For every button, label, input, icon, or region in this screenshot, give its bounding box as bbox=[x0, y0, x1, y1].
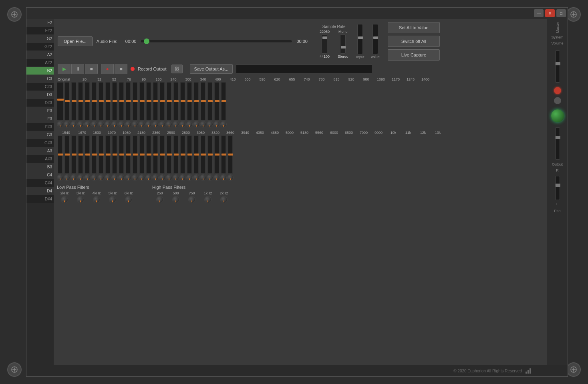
eq-fader-track[interactable] bbox=[99, 135, 103, 174]
eq-knob[interactable] bbox=[84, 174, 91, 181]
piano-key-f3[interactable]: F3 bbox=[26, 115, 54, 123]
eq-fader-track[interactable] bbox=[92, 135, 97, 174]
eq-knob[interactable] bbox=[105, 174, 111, 181]
eq-fader-thumb[interactable] bbox=[147, 100, 151, 102]
eq-fader-track[interactable] bbox=[126, 82, 131, 120]
eq-fader-track[interactable] bbox=[167, 82, 171, 120]
eq-knob[interactable] bbox=[220, 121, 227, 127]
eq-fader-track[interactable] bbox=[71, 82, 76, 120]
eq-knob[interactable] bbox=[139, 121, 145, 127]
eq-fader-thumb[interactable] bbox=[187, 100, 192, 102]
eq-fader-thumb[interactable] bbox=[65, 100, 70, 102]
eq-fader-track[interactable] bbox=[146, 82, 151, 120]
output-slider[interactable] bbox=[555, 127, 560, 160]
eq-fader-thumb[interactable] bbox=[79, 154, 83, 156]
eq-fader-track[interactable] bbox=[126, 135, 131, 174]
eq-knob[interactable] bbox=[179, 121, 186, 127]
eq-fader-thumb[interactable] bbox=[126, 154, 131, 156]
eq-knob[interactable] bbox=[186, 121, 193, 127]
record-stop-button[interactable]: ■ bbox=[115, 64, 127, 74]
stop-button[interactable]: ■ bbox=[85, 64, 98, 74]
filter-knob[interactable] bbox=[93, 196, 100, 203]
progress-bar[interactable] bbox=[140, 40, 292, 43]
eq-fader-track[interactable] bbox=[78, 82, 83, 120]
eq-fader-track[interactable] bbox=[214, 135, 219, 174]
eq-fader-thumb[interactable] bbox=[153, 154, 158, 156]
eq-fader-thumb[interactable] bbox=[147, 154, 151, 156]
filter-knob[interactable] bbox=[61, 196, 68, 203]
eq-fader-thumb[interactable] bbox=[113, 154, 117, 156]
eq-knob[interactable] bbox=[118, 121, 125, 127]
piano-key-fs3[interactable]: F#3 bbox=[26, 123, 54, 131]
piano-key-a2[interactable]: A2 bbox=[26, 51, 54, 59]
piano-key-gs2[interactable]: G#2 bbox=[26, 43, 54, 51]
eq-knob[interactable] bbox=[145, 174, 152, 181]
eq-knob[interactable] bbox=[91, 174, 97, 181]
eq-fader-track[interactable] bbox=[112, 82, 117, 120]
eq-fader-thumb[interactable] bbox=[65, 154, 70, 156]
eq-fader-track[interactable] bbox=[64, 82, 69, 120]
eq-fader-track[interactable] bbox=[85, 82, 90, 120]
piano-key-cs3[interactable]: C#3 bbox=[26, 83, 54, 91]
eq-knob[interactable] bbox=[57, 174, 63, 181]
eq-fader-track[interactable] bbox=[221, 135, 226, 174]
eq-fader-thumb[interactable] bbox=[106, 154, 111, 156]
eq-knob[interactable] bbox=[186, 174, 193, 181]
eq-fader-thumb[interactable] bbox=[201, 154, 206, 156]
eq-fader-thumb[interactable] bbox=[133, 154, 138, 156]
eq-fader-thumb[interactable] bbox=[126, 100, 131, 102]
eq-fader-thumb[interactable] bbox=[222, 100, 226, 102]
eq-fader-track[interactable] bbox=[207, 135, 212, 174]
filter-knob[interactable] bbox=[188, 196, 195, 203]
eq-fader-track[interactable] bbox=[146, 135, 151, 174]
eq-fader-thumb[interactable] bbox=[194, 154, 199, 156]
switch-off-all-button[interactable]: Switch off All bbox=[388, 36, 440, 47]
eq-knob[interactable] bbox=[200, 121, 206, 127]
eq-knob[interactable] bbox=[159, 174, 165, 181]
eq-fader-thumb[interactable] bbox=[57, 99, 64, 101]
eq-fader-thumb[interactable] bbox=[58, 154, 63, 156]
filter-knob[interactable] bbox=[77, 196, 84, 203]
play-button[interactable]: ▶ bbox=[58, 64, 70, 74]
eq-knob[interactable] bbox=[125, 121, 131, 127]
piano-key-as3[interactable]: A#3 bbox=[26, 155, 54, 163]
piano-key-e3[interactable]: E3 bbox=[26, 107, 54, 115]
save-output-button[interactable]: Save Output As... bbox=[190, 64, 233, 74]
eq-knob[interactable] bbox=[152, 121, 159, 127]
eq-knob[interactable] bbox=[159, 121, 165, 127]
piano-key-d3[interactable]: D3 bbox=[26, 91, 54, 99]
eq-fader-thumb[interactable] bbox=[106, 100, 111, 102]
filter-knob[interactable] bbox=[220, 196, 228, 203]
eq-fader-thumb[interactable] bbox=[174, 100, 179, 102]
value-slider[interactable] bbox=[373, 24, 378, 54]
eq-knob[interactable] bbox=[70, 174, 77, 181]
input-slider[interactable] bbox=[357, 24, 363, 54]
master-slider[interactable] bbox=[555, 51, 560, 83]
eq-fader-thumb[interactable] bbox=[187, 154, 192, 156]
record-button[interactable]: ● bbox=[101, 64, 114, 74]
eq-knob[interactable] bbox=[98, 174, 104, 181]
eq-knob[interactable] bbox=[193, 121, 199, 127]
piano-key-b3[interactable]: B3 bbox=[26, 163, 54, 171]
eq-knob[interactable] bbox=[132, 174, 138, 181]
eq-fader-thumb[interactable] bbox=[119, 100, 124, 102]
eq-fader-track[interactable] bbox=[173, 135, 178, 174]
eq-knob[interactable] bbox=[166, 121, 172, 127]
eq-fader-thumb[interactable] bbox=[222, 154, 226, 156]
eq-knob[interactable] bbox=[84, 121, 91, 127]
eq-fader-thumb[interactable] bbox=[119, 154, 124, 156]
eq-fader-track[interactable] bbox=[58, 135, 62, 174]
eq-fader-track[interactable] bbox=[57, 82, 63, 120]
eq-fader-thumb[interactable] bbox=[72, 100, 77, 102]
eq-fader-track[interactable] bbox=[139, 135, 144, 174]
sample-rate-slider-1[interactable] bbox=[322, 34, 327, 54]
eq-fader-thumb[interactable] bbox=[140, 100, 145, 102]
piano-key-fs2[interactable]: F#2 bbox=[26, 27, 54, 35]
eq-fader-thumb[interactable] bbox=[201, 100, 206, 102]
eq-knob[interactable] bbox=[139, 174, 145, 181]
eq-knob[interactable] bbox=[91, 121, 97, 127]
eq-fader-track[interactable] bbox=[201, 82, 205, 120]
piano-key-a3[interactable]: A3 bbox=[26, 147, 54, 155]
eq-fader-track[interactable] bbox=[119, 135, 124, 174]
piano-key-g2[interactable]: G2 bbox=[26, 35, 54, 43]
